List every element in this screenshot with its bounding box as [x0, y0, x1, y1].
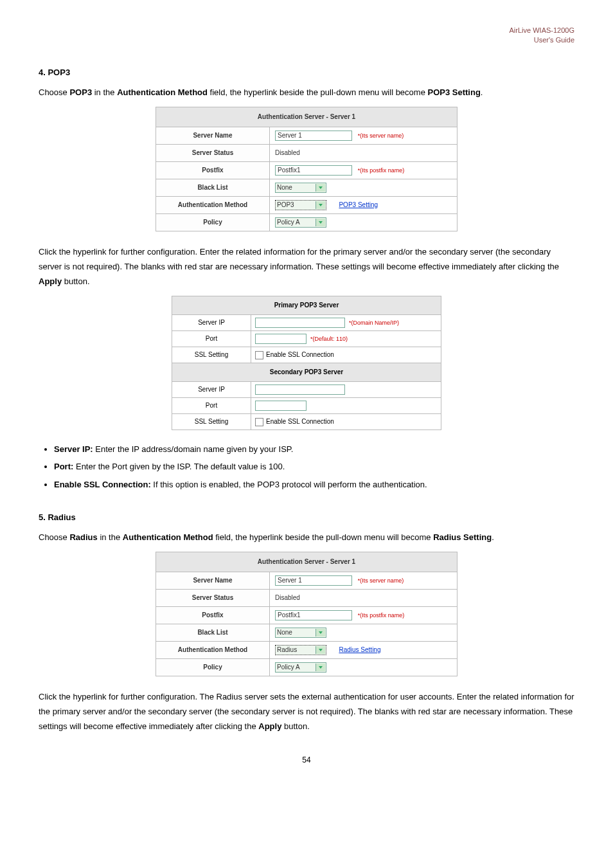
text-bold: Authentication Method: [117, 87, 208, 97]
list-item: Enable SSL Connection: If this option is…: [54, 477, 574, 492]
row-label: Authentication Method: [156, 196, 270, 213]
text: .: [481, 87, 483, 97]
bullet-label: Server IP:: [54, 444, 93, 454]
dropdown-value: None: [277, 182, 292, 194]
pop3-bullets: Server IP: Enter the IP address/domain n…: [54, 442, 574, 492]
auth-method-dropdown[interactable]: POP3: [275, 200, 326, 210]
secondary-server-ip-input[interactable]: [255, 384, 345, 395]
bullet-text: Enter the Port given by the ISP. The def…: [73, 462, 285, 471]
text-bold: Apply: [258, 721, 281, 731]
row-value-cell: Postfix1 *(Its postfix name): [270, 606, 458, 624]
server-name-input[interactable]: Server 1: [275, 131, 352, 141]
auth-server-table-pop3: Authentication Server - Server 1 Server …: [155, 107, 458, 231]
primary-port-input[interactable]: [255, 334, 306, 344]
section-radius-heading: 5. Radius: [39, 510, 574, 525]
row-cell: [251, 381, 441, 397]
postfix-input[interactable]: Postfix1: [275, 165, 352, 176]
section-pop3-heading: 4. POP3: [39, 65, 574, 80]
dropdown-value: None: [277, 627, 292, 638]
text: .: [492, 532, 494, 542]
table-title: Secondary POP3 Server: [172, 363, 441, 381]
bullet-label: Port:: [54, 462, 73, 471]
pop3-setting-link[interactable]: POP3 Setting: [339, 201, 378, 208]
dropdown-value: POP3: [277, 199, 294, 211]
row-cell: Enable SSL Connection: [251, 347, 441, 363]
blacklist-dropdown[interactable]: None: [275, 183, 326, 193]
row-label: SSL Setting: [172, 347, 251, 363]
secondary-ssl-checkbox[interactable]: [255, 418, 263, 426]
row-label: Server Status: [156, 589, 270, 606]
pop3-intro: Choose POP3 in the Authentication Method…: [39, 85, 574, 100]
bullet-text: If this option is enabled, the POP3 prot…: [151, 480, 427, 489]
text: button.: [62, 276, 89, 286]
text-bold: POP3: [69, 87, 92, 97]
list-item: Server IP: Enter the IP address/domain n…: [54, 442, 574, 457]
dropdown-value: Policy A: [277, 217, 300, 228]
radius-para2: Click the hyperlink for further configur…: [39, 689, 574, 734]
row-value-cell: None: [270, 179, 458, 196]
chevron-down-icon: [315, 184, 325, 192]
auth-method-dropdown[interactable]: Radius: [275, 645, 326, 655]
text: Choose: [39, 532, 69, 542]
note: *(Default: 110): [310, 336, 348, 342]
auth-server-table-radius: Authentication Server - Server 1 Server …: [155, 552, 458, 676]
row-value-cell: Server 1 *(Its server name): [270, 572, 458, 589]
row-value-cell: Server 1 *(Its server name): [270, 127, 458, 144]
row-value: Disabled: [270, 144, 458, 161]
text: in the: [92, 87, 117, 97]
note: *(Its server name): [358, 577, 404, 584]
text-bold: Apply: [39, 276, 62, 286]
row-label: Postfix: [156, 161, 270, 179]
dropdown-value: Radius: [277, 644, 297, 656]
row-cell: [251, 397, 441, 413]
header-line2: User's Guide: [534, 36, 574, 44]
row-cell: *(Default: 110): [251, 330, 441, 347]
postfix-input[interactable]: Postfix1: [275, 610, 352, 620]
page-number: 54: [39, 754, 574, 768]
chevron-down-icon: [315, 646, 325, 654]
text: button.: [281, 721, 309, 731]
pop3-server-table: Primary POP3 Server Server IP *(Domain N…: [172, 296, 441, 430]
text-bold: Radius: [69, 532, 97, 542]
text-bold: Radius Setting: [433, 532, 492, 542]
dropdown-value: Policy A: [277, 662, 300, 673]
row-label: SSL Setting: [172, 413, 251, 429]
text: in the: [98, 532, 123, 542]
row-value: Disabled: [270, 589, 458, 606]
server-name-input[interactable]: Server 1: [275, 575, 352, 586]
row-label: Server IP: [172, 381, 251, 397]
row-value-cell: Policy A: [270, 213, 458, 231]
row-cell: Enable SSL Connection: [251, 413, 441, 429]
bullet-label: Enable SSL Connection:: [54, 480, 151, 489]
chevron-down-icon: [315, 664, 325, 671]
checkbox-label: Enable SSL Connection: [266, 351, 334, 358]
text: Choose: [39, 87, 69, 97]
row-label: Postfix: [156, 606, 270, 624]
blacklist-dropdown[interactable]: None: [275, 628, 326, 638]
policy-dropdown[interactable]: Policy A: [275, 662, 326, 673]
text-bold: POP3 Setting: [428, 87, 481, 97]
table-title: Primary POP3 Server: [172, 296, 441, 314]
policy-dropdown[interactable]: Policy A: [275, 217, 326, 228]
row-value-cell: Radius Radius Setting: [270, 641, 458, 658]
note: *(Domain Name/IP): [349, 320, 399, 326]
row-label: Black List: [156, 624, 270, 641]
text: field, the hyperlink beside the pull-dow…: [213, 532, 434, 542]
primary-server-ip-input[interactable]: [255, 318, 345, 328]
radius-setting-link[interactable]: Radius Setting: [339, 646, 380, 653]
auth-table-title: Authentication Server - Server 1: [156, 107, 458, 127]
row-label: Black List: [156, 179, 270, 196]
row-label: Server Name: [156, 127, 270, 144]
secondary-port-input[interactable]: [255, 401, 306, 411]
page-header: AirLive WIAS-1200G User's Guide: [39, 26, 574, 46]
note: *(Its postfix name): [358, 612, 405, 619]
row-value-cell: None: [270, 624, 458, 641]
row-cell: *(Domain Name/IP): [251, 314, 441, 330]
text: field, the hyperlink beside the pull-dow…: [208, 87, 428, 97]
row-label: Port: [172, 397, 251, 413]
chevron-down-icon: [315, 219, 325, 226]
row-label: Server Name: [156, 572, 270, 589]
primary-ssl-checkbox[interactable]: [255, 351, 263, 359]
row-label: Server Status: [156, 144, 270, 161]
row-label: Server IP: [172, 314, 251, 330]
